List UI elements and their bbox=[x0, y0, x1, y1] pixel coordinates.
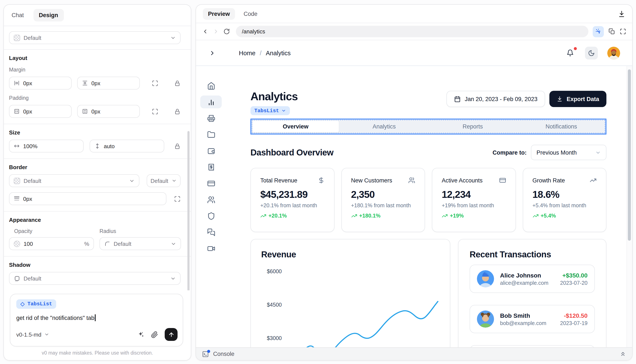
radius-select[interactable]: Default bbox=[100, 237, 181, 250]
users-icon bbox=[207, 196, 215, 204]
size-lock-button[interactable] bbox=[174, 143, 180, 149]
enhance-prompt-button[interactable] bbox=[137, 331, 144, 338]
avatar bbox=[477, 270, 494, 287]
border-style-select[interactable]: Default bbox=[9, 174, 139, 187]
border-expand-button[interactable] bbox=[166, 196, 180, 202]
padding-x-input[interactable]: 0px bbox=[9, 105, 72, 118]
inspect-element-button[interactable] bbox=[593, 26, 604, 37]
sidebar-item-customers[interactable] bbox=[200, 192, 222, 208]
transaction-row[interactable]: Alice Johnson alice@example.com +$350.00… bbox=[470, 265, 595, 293]
trending-up-icon bbox=[532, 213, 538, 219]
date-range-picker[interactable]: Jan 20, 2023 - Feb 09, 2023 bbox=[446, 91, 545, 107]
breadcrumb-current: Analytics bbox=[266, 50, 291, 56]
padding-y-value: 0px bbox=[91, 108, 100, 114]
send-message-button[interactable] bbox=[165, 328, 177, 341]
border-color-value: Default bbox=[150, 178, 168, 184]
opacity-input[interactable]: 100 % bbox=[9, 237, 94, 250]
sidebar-item-cards[interactable] bbox=[200, 175, 222, 192]
border-width-input[interactable]: 0px bbox=[9, 192, 166, 205]
arrow-vertical-icon bbox=[94, 143, 100, 149]
sidebar-item-wallet[interactable] bbox=[200, 142, 222, 159]
padding-expand-button[interactable] bbox=[152, 108, 158, 114]
shield-icon bbox=[207, 212, 215, 220]
sidebar-item-messages[interactable] bbox=[200, 224, 222, 240]
padding-lock-button[interactable] bbox=[174, 108, 180, 114]
compare-select[interactable]: Previous Month bbox=[531, 145, 606, 160]
transaction-date: 2023-07-20 bbox=[560, 280, 587, 286]
breadcrumb-separator: / bbox=[260, 50, 261, 56]
padding-y-input[interactable]: 0px bbox=[77, 105, 140, 118]
forward-button[interactable] bbox=[213, 28, 219, 35]
margin-x-input[interactable]: 0px bbox=[9, 77, 72, 90]
sidebar-item-video[interactable] bbox=[200, 240, 222, 256]
preview-scrollbar-thumb[interactable] bbox=[628, 69, 631, 241]
panel-mode-tabs: Chat Design bbox=[4, 5, 191, 26]
margin-y-input[interactable]: 0px bbox=[77, 77, 140, 90]
export-data-button[interactable]: Export Data bbox=[549, 91, 606, 107]
tab-code[interactable]: Code bbox=[244, 10, 258, 17]
tab-reports[interactable]: Reports bbox=[429, 120, 517, 134]
chat-composer[interactable]: TabsList get rid of the "notifications" … bbox=[10, 294, 183, 346]
sidebar-toggle-button[interactable] bbox=[209, 50, 216, 56]
stat-value: 12,234 bbox=[442, 189, 506, 200]
download-icon bbox=[557, 96, 563, 102]
tab-notifications[interactable]: Notifications bbox=[517, 120, 605, 134]
attach-file-button[interactable] bbox=[151, 331, 158, 338]
theme-select[interactable]: Default bbox=[9, 31, 180, 44]
preview-scrollbar-track[interactable] bbox=[626, 66, 632, 347]
margin-lock-button[interactable] bbox=[174, 80, 180, 86]
sidebar-item-reports[interactable] bbox=[200, 110, 222, 126]
stat-card-total-revenue: Total Revenue $45,231.89 +20.1% from las… bbox=[251, 168, 334, 232]
copy-button[interactable] bbox=[608, 28, 615, 35]
composer-input[interactable]: get rid of the "notifications" tab bbox=[16, 314, 177, 321]
sidebar-item-analytics[interactable] bbox=[200, 96, 222, 108]
console-bar[interactable]: Console bbox=[196, 347, 632, 360]
layout-section-title: Layout bbox=[9, 55, 180, 61]
border-color-select[interactable]: Default bbox=[147, 174, 180, 187]
notifications-button[interactable] bbox=[566, 49, 574, 56]
back-button[interactable] bbox=[202, 28, 208, 35]
composer-text: get rid of the "notifications" tab bbox=[16, 314, 94, 321]
sidebar-item-invoices[interactable] bbox=[200, 159, 222, 175]
console-activity-dot bbox=[207, 350, 210, 353]
tab-overview[interactable]: Overview bbox=[253, 121, 339, 132]
appearance-section-title: Appearance bbox=[9, 217, 180, 223]
chevron-down-icon bbox=[595, 150, 601, 155]
sidebar-item-security[interactable] bbox=[200, 208, 222, 224]
fullscreen-button[interactable] bbox=[620, 28, 626, 35]
tab-design[interactable]: Design bbox=[33, 9, 64, 22]
tab-preview[interactable]: Preview bbox=[203, 8, 235, 20]
width-input[interactable]: 100% bbox=[9, 140, 84, 152]
refresh-button[interactable] bbox=[224, 28, 230, 35]
theme-select-value: Default bbox=[24, 34, 41, 41]
dark-mode-toggle[interactable] bbox=[585, 46, 598, 59]
download-button[interactable] bbox=[618, 10, 625, 17]
browser-toolbar: /analytics bbox=[196, 23, 632, 40]
tab-analytics[interactable]: Analytics bbox=[340, 120, 429, 134]
tab-chat[interactable]: Chat bbox=[12, 12, 24, 18]
border-width-icon bbox=[14, 196, 20, 202]
url-input[interactable]: /analytics bbox=[236, 26, 588, 37]
wallet-icon bbox=[207, 147, 215, 155]
transaction-row[interactable]: Bob Smith bob@example.com -$120.50 2023-… bbox=[470, 305, 595, 333]
notification-dot bbox=[574, 47, 577, 50]
model-select[interactable]: v0-1.5-md bbox=[16, 331, 49, 338]
expand-corners-icon bbox=[152, 80, 158, 86]
tabs-list-selected: Overview Analytics Reports Notifications bbox=[251, 118, 606, 134]
chevrons-up-icon[interactable] bbox=[620, 351, 626, 357]
breadcrumb: Home / Analytics bbox=[239, 50, 291, 56]
selected-component-chip[interactable]: TabsList bbox=[16, 299, 56, 309]
sidebar-item-files[interactable] bbox=[200, 126, 222, 142]
height-input[interactable]: auto bbox=[90, 140, 164, 152]
margin-expand-button[interactable] bbox=[152, 80, 158, 86]
selected-component-badge[interactable]: TabsList bbox=[251, 106, 290, 115]
shadow-select[interactable]: Default bbox=[9, 272, 180, 285]
user-avatar[interactable] bbox=[607, 46, 620, 59]
printer-icon bbox=[207, 114, 215, 122]
sidebar-item-home[interactable] bbox=[200, 78, 222, 94]
model-name: v0-1.5-md bbox=[16, 331, 41, 338]
left-panel-scrollbar[interactable] bbox=[187, 131, 189, 290]
stat-value: $45,231.89 bbox=[260, 189, 324, 200]
transparency-swatch-icon bbox=[14, 178, 20, 184]
breadcrumb-home[interactable]: Home bbox=[239, 50, 255, 56]
